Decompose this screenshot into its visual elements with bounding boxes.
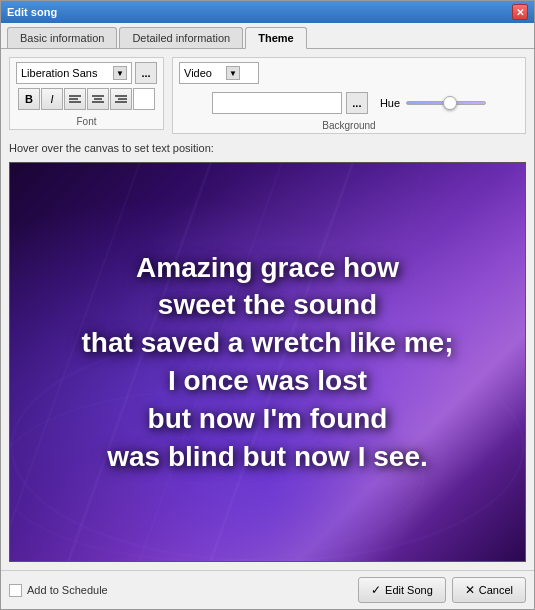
lyric-line-5: but now I'm found bbox=[148, 403, 388, 434]
tab-theme[interactable]: Theme bbox=[245, 27, 306, 49]
add-to-schedule-checkbox[interactable] bbox=[9, 584, 22, 597]
file-input[interactable]: earth and sun.mp4 bbox=[212, 92, 342, 114]
cancel-button[interactable]: ✕ Cancel bbox=[452, 577, 526, 603]
font-section: Liberation Sans ▼ ... B I bbox=[9, 57, 164, 130]
align-center-icon bbox=[92, 94, 104, 104]
hue-section: Hue bbox=[380, 96, 486, 110]
add-to-schedule-label: Add to Schedule bbox=[27, 584, 108, 596]
add-to-schedule: Add to Schedule bbox=[9, 584, 108, 597]
lyric-line-4: I once was lost bbox=[168, 365, 367, 396]
canvas-area[interactable]: Amazing grace how sweet the sound that s… bbox=[9, 162, 526, 562]
lyric-line-3: that saved a wretch like me; bbox=[82, 327, 454, 358]
window-title: Edit song bbox=[7, 6, 57, 18]
cancel-icon: ✕ bbox=[465, 583, 475, 597]
font-label: Font bbox=[76, 116, 96, 127]
content-area: Liberation Sans ▼ ... B I bbox=[1, 49, 534, 570]
edit-song-icon: ✓ bbox=[371, 583, 381, 597]
align-right-icon bbox=[115, 94, 127, 104]
tabs-bar: Basic information Detailed information T… bbox=[1, 23, 534, 49]
align-center-button[interactable] bbox=[87, 88, 109, 110]
background-section: Video ▼ earth and sun.mp4 ... Hue bbox=[172, 57, 526, 134]
video-dropdown-arrow[interactable]: ▼ bbox=[226, 66, 240, 80]
font-dropdown[interactable]: Liberation Sans ▼ bbox=[16, 62, 132, 84]
lyric-text: Amazing grace how sweet the sound that s… bbox=[62, 239, 474, 486]
toolbar-row: Liberation Sans ▼ ... B I bbox=[9, 57, 526, 134]
align-right-button[interactable] bbox=[110, 88, 132, 110]
tab-detailed[interactable]: Detailed information bbox=[119, 27, 243, 48]
video-type-dropdown[interactable]: Video ▼ bbox=[179, 62, 259, 84]
align-left-button[interactable] bbox=[64, 88, 86, 110]
bottom-bar: Add to Schedule ✓ Edit Song ✕ Cancel bbox=[1, 570, 534, 609]
font-dropdown-arrow[interactable]: ▼ bbox=[113, 66, 127, 80]
edit-song-button[interactable]: ✓ Edit Song bbox=[358, 577, 446, 603]
hue-thumb bbox=[443, 96, 457, 110]
align-left-icon bbox=[69, 94, 81, 104]
hue-label: Hue bbox=[380, 97, 400, 109]
font-more-button[interactable]: ... bbox=[135, 62, 157, 84]
main-window: Edit song ✕ Basic information Detailed i… bbox=[0, 0, 535, 610]
font-controls: Liberation Sans ▼ ... bbox=[16, 62, 157, 84]
title-bar: Edit song ✕ bbox=[1, 1, 534, 23]
background-label: Background bbox=[322, 120, 375, 131]
lyric-line-6: was blind but now I see. bbox=[107, 441, 427, 472]
hue-slider[interactable] bbox=[406, 96, 486, 110]
lyric-line-1: Amazing grace how bbox=[136, 252, 399, 283]
color-picker-button[interactable] bbox=[133, 88, 155, 110]
browse-button[interactable]: ... bbox=[346, 92, 368, 114]
edit-song-label: Edit Song bbox=[385, 584, 433, 596]
font-name-label: Liberation Sans bbox=[21, 67, 111, 79]
italic-button[interactable]: I bbox=[41, 88, 63, 110]
bold-button[interactable]: B bbox=[18, 88, 40, 110]
cancel-label: Cancel bbox=[479, 584, 513, 596]
lyric-line-2: sweet the sound bbox=[158, 289, 377, 320]
hover-instruction: Hover over the canvas to set text positi… bbox=[9, 140, 526, 156]
format-buttons: B I bbox=[18, 88, 155, 110]
action-buttons: ✓ Edit Song ✕ Cancel bbox=[358, 577, 526, 603]
bg-controls-row: earth and sun.mp4 ... Hue bbox=[212, 92, 486, 114]
tab-basic[interactable]: Basic information bbox=[7, 27, 117, 48]
video-type-label: Video bbox=[184, 67, 224, 79]
close-button[interactable]: ✕ bbox=[512, 4, 528, 20]
file-row: earth and sun.mp4 ... bbox=[212, 92, 368, 114]
